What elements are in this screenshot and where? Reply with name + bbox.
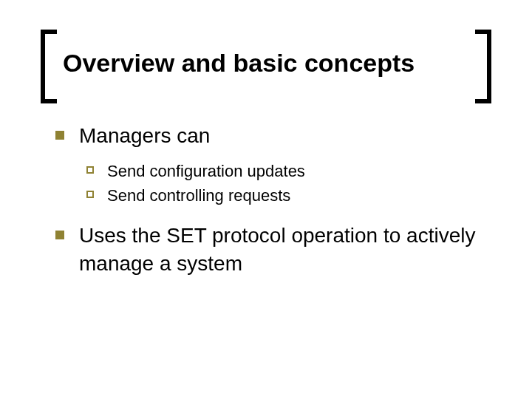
- bullet-level1: Uses the SET protocol operation to activ…: [55, 222, 484, 278]
- slide-body: Managers can Send configuration updates …: [55, 122, 484, 288]
- bracket-left-icon: [41, 30, 57, 103]
- hollow-square-bullet-icon: [86, 191, 94, 198]
- bracket-right-icon: [475, 30, 491, 103]
- square-bullet-icon: [55, 131, 64, 140]
- bullet-text: Send controlling requests: [107, 185, 290, 207]
- bullet-text: Managers can: [79, 122, 210, 150]
- slide: Overview and basic concepts Managers can…: [0, 0, 532, 399]
- square-bullet-icon: [55, 231, 64, 239]
- bullet-level1: Managers can: [55, 122, 484, 150]
- bullet-text: Uses the SET protocol operation to activ…: [79, 222, 484, 278]
- bullet-level2: Send controlling requests: [86, 185, 484, 207]
- slide-title: Overview and basic concepts: [63, 48, 469, 78]
- title-frame: Overview and basic concepts: [41, 30, 491, 103]
- sub-bullet-group: Send configuration updates Send controll…: [86, 160, 484, 207]
- bullet-text: Send configuration updates: [107, 160, 305, 183]
- bullet-level2: Send configuration updates: [86, 160, 484, 183]
- hollow-square-bullet-icon: [86, 166, 94, 174]
